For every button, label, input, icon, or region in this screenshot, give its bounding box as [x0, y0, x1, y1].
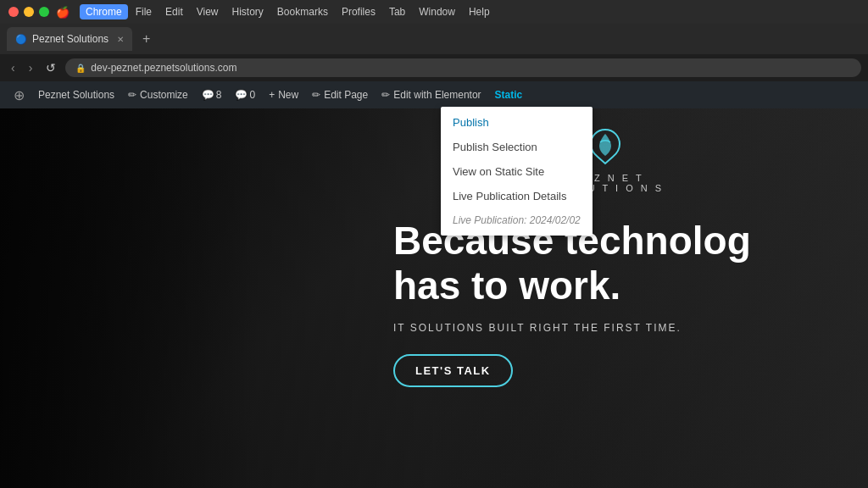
wp-edit-elementor[interactable]: ✏ Edit with Elementor	[375, 81, 487, 108]
elementor-label: Edit with Elementor	[393, 89, 481, 101]
menu-bar: Chrome File Edit View History Bookmarks …	[80, 4, 496, 19]
hero-subtext: IT SOLUTIONS BUILT RIGHT THE FIRST TIME.	[393, 322, 817, 334]
dropdown-publish-selection[interactable]: Publish Selection	[441, 135, 593, 159]
comment-icon: 💬	[202, 89, 214, 101]
customize-label: Customize	[140, 89, 188, 101]
comment-count: 8	[216, 89, 222, 101]
wp-logo-item[interactable]: ⊕	[7, 81, 31, 108]
wp-customize[interactable]: ✏ Customize	[121, 81, 195, 108]
customize-icon: ✏	[128, 89, 136, 101]
menu-window[interactable]: Window	[413, 4, 461, 19]
menu-profiles[interactable]: Profiles	[336, 4, 381, 19]
wp-admin-bar: ⊕ Peznet Solutions ✏ Customize 💬 8 💬 0 +…	[0, 81, 868, 108]
minimize-button[interactable]	[24, 7, 34, 17]
menu-history[interactable]: History	[226, 4, 270, 19]
new-icon: +	[269, 89, 275, 101]
fullscreen-button[interactable]	[39, 7, 49, 17]
dropdown-view-static[interactable]: View on Static Site	[441, 159, 593, 184]
url-text: dev-peznet.peznetsolutions.com	[91, 62, 236, 74]
tab-close-button[interactable]: ✕	[117, 35, 124, 44]
wp-comments-count[interactable]: 💬 8	[195, 81, 229, 108]
new-tab-button[interactable]: +	[142, 31, 150, 47]
back-button[interactable]: ‹	[7, 59, 19, 76]
reload-button[interactable]: ↺	[42, 59, 60, 76]
menu-tab[interactable]: Tab	[383, 4, 411, 19]
new-label: New	[278, 89, 298, 101]
tab-title: Peznet Solutions	[32, 33, 108, 45]
comment-count2: 0	[249, 89, 255, 101]
menu-file[interactable]: File	[130, 4, 158, 19]
static-dropdown-menu: Publish Publish Selection View on Static…	[441, 107, 593, 236]
address-bar: ‹ › ↺ 🔒 dev-peznet.peznetsolutions.com	[0, 54, 868, 81]
dropdown-publish[interactable]: Publish	[441, 110, 593, 135]
wp-new-item[interactable]: + New	[262, 81, 305, 108]
menu-edit[interactable]: Edit	[159, 4, 189, 19]
menu-chrome[interactable]: Chrome	[80, 4, 128, 19]
traffic-lights	[8, 7, 49, 17]
wp-edit-page[interactable]: ✏ Edit Page	[305, 81, 375, 108]
headline-line2: has to work.	[393, 263, 620, 308]
edit-page-icon: ✏	[312, 89, 320, 101]
tab-bar: 🔵 Peznet Solutions ✕ +	[0, 24, 868, 54]
forward-button[interactable]: ›	[25, 59, 37, 76]
menu-help[interactable]: Help	[463, 4, 496, 19]
dropdown-live-details[interactable]: Live Publication Details	[441, 184, 593, 208]
active-tab[interactable]: 🔵 Peznet Solutions ✕	[7, 27, 132, 51]
site-name-label: Peznet Solutions	[38, 89, 114, 101]
menu-bookmarks[interactable]: Bookmarks	[271, 4, 334, 19]
comment-icon2: 💬	[235, 89, 248, 101]
menu-view[interactable]: View	[191, 4, 225, 19]
static-label: Static	[495, 89, 523, 101]
main-content: P E Z N E T S O L U T I O N S Because te…	[0, 108, 868, 488]
title-bar: 🍎 Chrome File Edit View History Bookmark…	[0, 0, 868, 24]
edit-page-label: Edit Page	[324, 89, 368, 101]
tab-favicon: 🔵	[15, 34, 27, 45]
cta-button[interactable]: LET'S TALK	[393, 354, 513, 387]
elementor-icon: ✏	[381, 89, 390, 101]
wp-static-button[interactable]: Static	[488, 81, 530, 108]
dropdown-live-pub: Live Publication: 2024/02/02	[441, 208, 593, 232]
close-button[interactable]	[8, 7, 19, 17]
lock-icon: 🔒	[75, 64, 86, 73]
apple-icon: 🍎	[56, 6, 70, 19]
url-bar[interactable]: 🔒 dev-peznet.peznetsolutions.com	[65, 58, 861, 77]
wp-site-name[interactable]: Peznet Solutions	[31, 81, 121, 108]
wp-comments-count2[interactable]: 💬 0	[228, 81, 262, 108]
wp-logo-icon: ⊕	[14, 87, 25, 103]
